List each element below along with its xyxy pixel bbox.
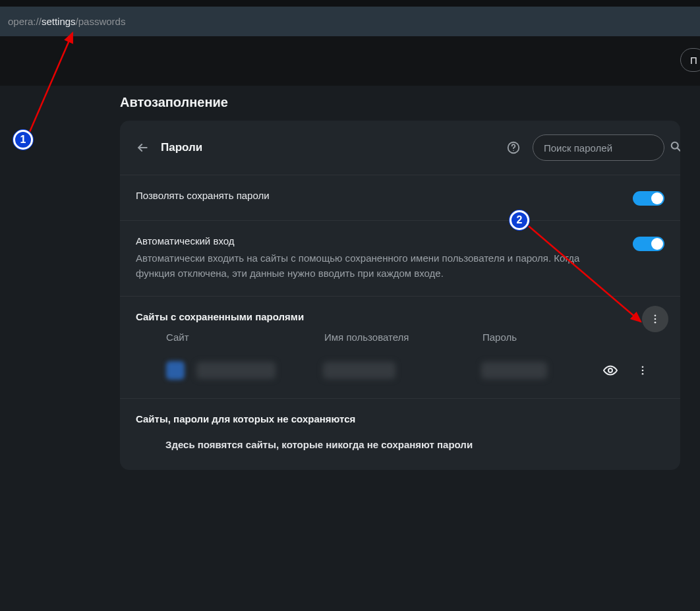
search-input[interactable]	[544, 142, 669, 154]
password-blurred	[481, 362, 547, 379]
annotation-marker-2: 2	[510, 210, 529, 230]
svg-point-11	[642, 372, 644, 374]
annotation-marker-1: 1	[13, 130, 33, 150]
svg-point-6	[655, 318, 656, 320]
auto-signin-toggle[interactable]	[633, 237, 664, 251]
url-suffix: /passwords	[76, 16, 126, 27]
saved-passwords-title: Сайты с сохраненными паролями	[136, 311, 664, 322]
entry-menu-icon[interactable]	[637, 363, 649, 378]
svg-point-7	[655, 321, 656, 323]
tabstrip	[0, 0, 700, 7]
svg-point-2	[513, 150, 513, 151]
auto-signin-label: Автоматический вход	[136, 235, 620, 247]
address-bar[interactable]: opera://settings/passwords	[0, 7, 700, 36]
svg-line-4	[678, 148, 680, 151]
save-passwords-toggle[interactable]	[633, 191, 664, 206]
svg-point-8	[608, 368, 612, 372]
header-button[interactable]: П	[680, 48, 700, 72]
section-title: Автозаполнение	[120, 95, 700, 110]
col-username: Имя пользователя	[324, 332, 482, 343]
never-saved-empty: Здесь появятся сайты, которые никогда не…	[136, 439, 664, 450]
auto-signin-description: Автоматически входить на сайты с помощью…	[136, 250, 620, 281]
site-name-blurred	[196, 362, 276, 379]
col-site: Сайт	[166, 332, 324, 343]
never-saved-section: Сайты, пароли для которых не сохраняются…	[120, 398, 680, 470]
svg-point-5	[655, 314, 656, 316]
show-password-icon[interactable]	[602, 363, 618, 378]
header-button-label: П	[690, 55, 697, 66]
card-header: Пароли	[120, 121, 680, 175]
never-saved-title: Сайты, пароли для которых не сохраняются	[136, 413, 664, 424]
url-prefix: opera://	[8, 16, 42, 27]
content-area: Автозаполнение Пароли Позволять сохранят…	[0, 86, 700, 470]
svg-point-9	[642, 366, 644, 368]
search-icon	[669, 140, 680, 156]
password-entry-row[interactable]	[136, 352, 664, 395]
username-blurred	[323, 362, 395, 379]
row-auto-signin: Автоматический вход Автоматически входит…	[120, 220, 680, 296]
back-arrow-icon[interactable]	[136, 141, 149, 154]
header-region: П	[0, 36, 700, 86]
saved-passwords-section: Сайты с сохраненными паролями Сайт Имя п…	[120, 296, 680, 398]
search-passwords-field[interactable]	[533, 134, 664, 161]
svg-point-10	[642, 369, 644, 371]
col-password: Пароль	[482, 332, 601, 343]
site-favicon	[166, 361, 185, 380]
saved-passwords-menu-button[interactable]	[642, 306, 668, 332]
url-main: settings	[42, 16, 76, 27]
passwords-card: Пароли Позволять сохранять пароли Автома…	[120, 121, 680, 470]
help-icon[interactable]	[506, 140, 521, 155]
save-passwords-label: Позволять сохранять пароли	[136, 190, 620, 201]
card-title: Пароли	[161, 141, 202, 154]
row-save-passwords: Позволять сохранять пароли	[120, 175, 680, 220]
passwords-table-header: Сайт Имя пользователя Пароль	[136, 322, 664, 352]
